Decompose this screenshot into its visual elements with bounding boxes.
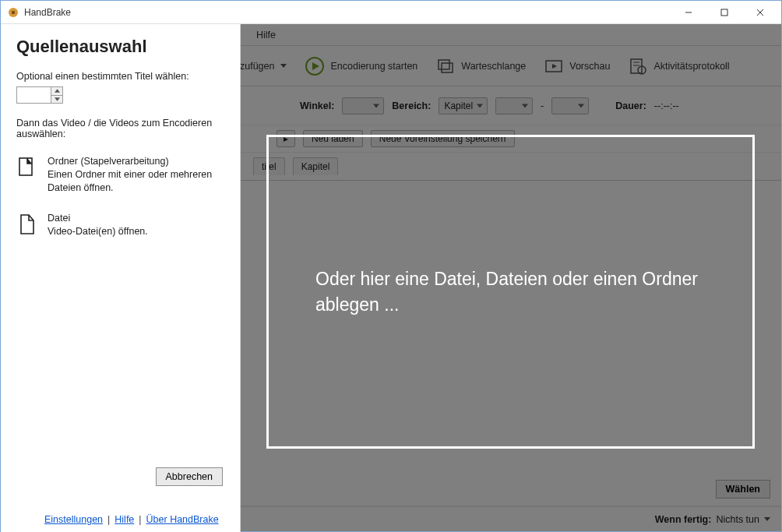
svg-marker-17 — [55, 97, 60, 100]
settings-link[interactable]: Einstellungen — [44, 514, 103, 525]
toolbar-start-label: Encodierung starten — [330, 61, 417, 72]
open-folder-title: Ordner (Stapelverarbeitung) — [48, 155, 224, 168]
optional-title-label: Optional einen bestimmten Titel wählen: — [16, 71, 224, 82]
svg-marker-11 — [552, 64, 557, 69]
panel-heading: Quellenauswahl — [16, 37, 224, 57]
app-icon — [7, 6, 19, 19]
range-dash: - — [541, 100, 544, 111]
folder-icon — [16, 155, 38, 195]
open-folder-desc: Einen Ordner mit einer oder mehreren Dat… — [48, 169, 212, 193]
when-done-label: Wenn fertig: — [655, 514, 712, 525]
chevron-down-icon — [764, 517, 770, 521]
range-label: Bereich: — [392, 100, 431, 111]
titlebar: HandBrake — [1, 1, 781, 24]
open-folder-option[interactable]: Ordner (Stapelverarbeitung) Einen Ordner… — [16, 155, 224, 195]
angle-select[interactable] — [342, 97, 384, 115]
cancel-button[interactable]: Abbrechen — [156, 467, 223, 486]
toolbar-preview-label: Vorschau — [569, 61, 610, 72]
drop-zone-text: Oder hier eine Datei, Dateien oder einen… — [315, 266, 706, 316]
activity-log-button[interactable]: Aktivitätsprotokoll — [621, 52, 735, 80]
spinner-down-button[interactable] — [51, 96, 62, 104]
range-end-select[interactable] — [551, 97, 589, 115]
when-done-dropdown[interactable]: Nichts tun — [716, 514, 770, 525]
range-start-select[interactable] — [495, 97, 533, 115]
svg-marker-16 — [55, 90, 60, 93]
then-select-label: Dann das Video / die Videos zum Encodier… — [16, 118, 224, 139]
menu-help[interactable]: Hilfe — [253, 26, 279, 44]
play-icon — [304, 55, 326, 77]
app-window: HandBrake Hilfe nzufügen Encodierung sta… — [0, 0, 782, 532]
svg-point-1 — [12, 10, 15, 13]
svg-rect-18 — [19, 158, 32, 175]
open-file-option[interactable]: Datei Video-Datei(en) öffnen. — [16, 212, 224, 238]
svg-rect-3 — [721, 9, 727, 16]
range-type-select[interactable]: Kapitel — [439, 97, 488, 115]
title-number-input[interactable] — [16, 86, 51, 104]
source-selection-panel: Quellenauswahl Optional einen bestimmten… — [1, 24, 241, 532]
file-icon — [16, 212, 38, 238]
preview-button[interactable]: Vorschau — [537, 52, 616, 80]
toolbar-queue-label: Warteschlange — [461, 61, 526, 72]
minimize-button[interactable] — [671, 1, 706, 24]
duration-value: --:--:-- — [654, 100, 679, 111]
close-button[interactable] — [742, 1, 778, 24]
panel-footer-links: Einstellungen | Hilfe | Über HandBrake — [16, 514, 219, 525]
maximize-button[interactable] — [706, 1, 742, 24]
file-drop-zone[interactable]: Oder hier eine Datei, Dateien oder einen… — [266, 135, 755, 449]
angle-label: Winkel: — [300, 100, 334, 111]
svg-marker-19 — [27, 158, 32, 164]
help-link[interactable]: Hilfe — [114, 514, 134, 525]
app-body: Hilfe nzufügen Encodierung starten Warte… — [1, 24, 781, 531]
title-number-spinner[interactable] — [16, 86, 224, 104]
window-title: HandBrake — [24, 7, 71, 18]
duration-label: Dauer: — [615, 100, 646, 111]
svg-rect-8 — [439, 60, 449, 69]
preview-icon — [543, 55, 565, 77]
start-encode-button[interactable]: Encodierung starten — [298, 52, 424, 80]
open-file-title: Datei — [48, 212, 148, 225]
activity-log-icon — [627, 55, 649, 77]
choose-destination-button[interactable]: Wählen — [716, 480, 770, 499]
svg-rect-9 — [442, 63, 453, 72]
queue-icon — [435, 55, 456, 77]
spinner-up-button[interactable] — [51, 87, 62, 96]
toolbar-activity-label: Aktivitätsprotokoll — [653, 61, 729, 72]
open-file-desc: Video-Datei(en) öffnen. — [48, 226, 148, 237]
queue-button[interactable]: Warteschlange — [428, 52, 532, 80]
about-link[interactable]: Über HandBrake — [146, 514, 219, 525]
svg-marker-7 — [312, 62, 319, 70]
chevron-down-icon — [280, 64, 287, 68]
